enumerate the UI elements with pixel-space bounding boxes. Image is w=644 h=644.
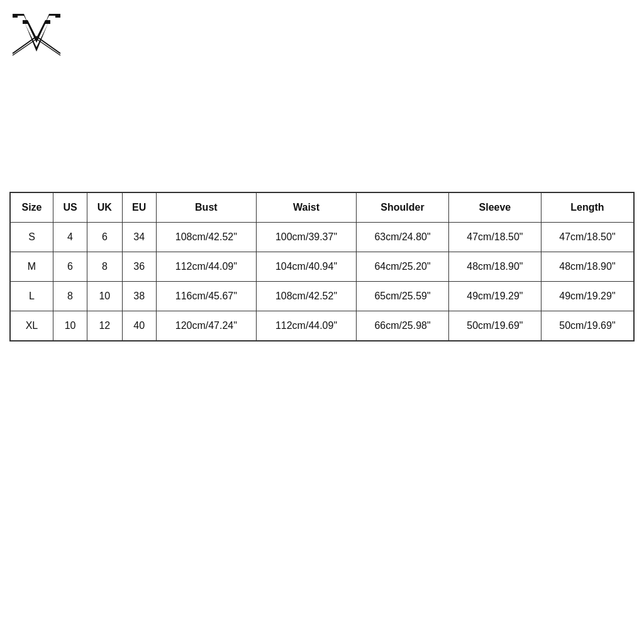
size-chart: Size US UK EU Bust Waist Shoulder Sleeve…	[9, 192, 635, 341]
cell-us: 8	[53, 282, 87, 311]
cell-uk: 12	[87, 311, 122, 341]
cell-size: XL	[10, 311, 53, 341]
cell-uk: 8	[87, 252, 122, 282]
header-length: Length	[541, 192, 634, 223]
cell-bust: 108cm/42.52"	[156, 223, 256, 252]
cell-length: 47cm/18.50"	[541, 223, 634, 252]
header-bust: Bust	[156, 192, 256, 223]
header-shoulder: Shoulder	[357, 192, 449, 223]
cell-us: 10	[53, 311, 87, 341]
header-eu: EU	[122, 192, 156, 223]
table-row: L81038116cm/45.67"108cm/42.52"65cm/25.59…	[10, 282, 634, 311]
cell-length: 50cm/19.69"	[541, 311, 634, 341]
cell-shoulder: 64cm/25.20"	[357, 252, 449, 282]
cell-length: 48cm/18.90"	[541, 252, 634, 282]
cell-shoulder: 65cm/25.59"	[357, 282, 449, 311]
table-row: XL101240120cm/47.24"112cm/44.09"66cm/25.…	[10, 311, 634, 341]
cell-waist: 108cm/42.52"	[256, 282, 356, 311]
cell-uk: 10	[87, 282, 122, 311]
cell-eu: 36	[122, 252, 156, 282]
cell-size: M	[10, 252, 53, 282]
header-us: US	[53, 192, 87, 223]
cell-eu: 40	[122, 311, 156, 341]
table-row: M6836112cm/44.09"104cm/40.94"64cm/25.20"…	[10, 252, 634, 282]
header-size: Size	[10, 192, 53, 223]
logo	[11, 11, 68, 68]
cell-bust: 116cm/45.67"	[156, 282, 256, 311]
header-sleeve: Sleeve	[448, 192, 541, 223]
cell-size: S	[10, 223, 53, 252]
cell-bust: 120cm/47.24"	[156, 311, 256, 341]
svg-line-4	[36, 36, 60, 53]
cell-bust: 112cm/44.09"	[156, 252, 256, 282]
header-uk: UK	[87, 192, 122, 223]
header-waist: Waist	[256, 192, 356, 223]
cell-sleeve: 49cm/19.29"	[448, 282, 541, 311]
cell-sleeve: 47cm/18.50"	[448, 223, 541, 252]
cell-eu: 38	[122, 282, 156, 311]
cell-waist: 104cm/40.94"	[256, 252, 356, 282]
table-header-row: Size US UK EU Bust Waist Shoulder Sleeve…	[10, 192, 634, 223]
svg-line-6	[36, 39, 60, 55]
logo-icon	[11, 13, 62, 57]
cell-sleeve: 50cm/19.69"	[448, 311, 541, 341]
cell-shoulder: 66cm/25.98"	[357, 311, 449, 341]
cell-sleeve: 48cm/18.90"	[448, 252, 541, 282]
cell-length: 49cm/19.29"	[541, 282, 634, 311]
cell-waist: 100cm/39.37"	[256, 223, 356, 252]
cell-us: 6	[53, 252, 87, 282]
cell-eu: 34	[122, 223, 156, 252]
cell-size: L	[10, 282, 53, 311]
table-row: S4634108cm/42.52"100cm/39.37"63cm/24.80"…	[10, 223, 634, 252]
cell-us: 4	[53, 223, 87, 252]
cell-waist: 112cm/44.09"	[256, 311, 356, 341]
cell-shoulder: 63cm/24.80"	[357, 223, 449, 252]
svg-line-3	[13, 36, 36, 53]
size-table: Size US UK EU Bust Waist Shoulder Sleeve…	[9, 192, 635, 341]
cell-uk: 6	[87, 223, 122, 252]
svg-line-5	[13, 39, 36, 55]
